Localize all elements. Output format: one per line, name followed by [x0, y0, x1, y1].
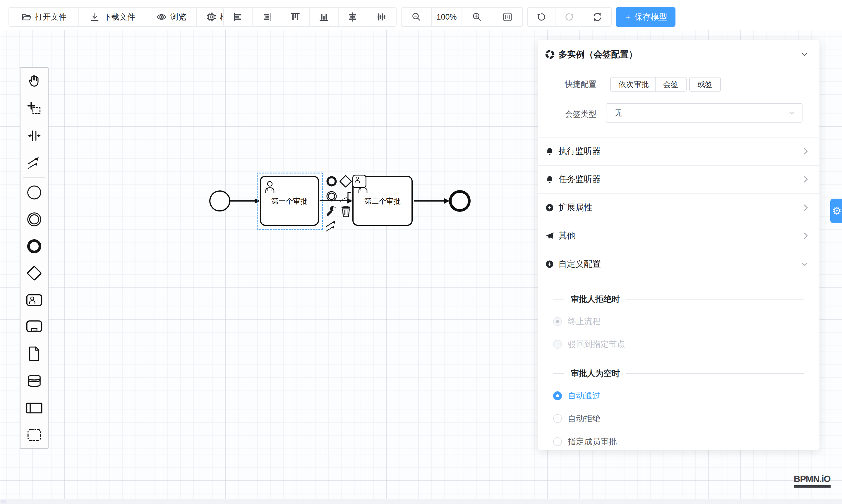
sign-type-value: 无 [615, 108, 622, 118]
append-intermediate-event-icon[interactable] [326, 190, 338, 202]
save-model-label: 保存模型 [634, 12, 667, 22]
quick-config-row: 快捷配置 依次审批 会签 或签 [538, 77, 820, 92]
redo-button[interactable] [556, 7, 583, 26]
quick-option-sequential-button[interactable]: 依次审批 [610, 77, 657, 92]
open-file-button[interactable]: 打开文件 [9, 7, 79, 26]
bell-icon [545, 175, 554, 184]
radio-label: 指定成员审批 [568, 436, 617, 447]
append-end-event-icon[interactable] [326, 175, 338, 187]
fit-viewport-button[interactable] [492, 7, 522, 26]
fit-viewport-icon [502, 12, 513, 22]
empty-group-title: 审批人为空时 [571, 368, 620, 379]
chevron-right-icon [803, 175, 808, 183]
palette-intermediate-event[interactable] [20, 206, 48, 232]
reset-icon-button[interactable] [583, 7, 611, 26]
palette [20, 67, 49, 449]
task-label: 第一个审批 [261, 196, 318, 205]
palette-group[interactable] [20, 422, 48, 448]
palette-call-activity[interactable] [20, 314, 48, 340]
eye-icon [156, 12, 167, 22]
chevron-down-icon [788, 110, 795, 115]
zoom-in-button[interactable] [462, 7, 492, 26]
section-extended-properties[interactable]: 扩展属性 [538, 201, 820, 215]
sequence-flow-1[interactable] [230, 200, 255, 201]
quick-option-orsign-button[interactable]: 或签 [689, 77, 721, 92]
chevron-down-icon[interactable] [801, 51, 808, 58]
download-icon [90, 12, 100, 22]
multi-instance-icon [545, 50, 555, 59]
zoom-out-button[interactable] [402, 7, 432, 26]
align-center-vertical-button[interactable] [367, 7, 396, 26]
section-custom-config[interactable]: 自定义配置 [538, 257, 820, 271]
global-connect-tool[interactable] [20, 149, 48, 175]
align-center-horizontal-button[interactable] [339, 7, 367, 26]
bpmn-io-logo[interactable]: BPMN.iO [794, 474, 830, 488]
bpmn-io-logo-underline [794, 485, 830, 488]
bottom-scroll-strip [0, 499, 842, 504]
trash-icon[interactable] [340, 204, 352, 218]
divider [538, 69, 820, 69]
sequence-flow-3[interactable] [414, 200, 444, 201]
radio-circle [553, 340, 562, 349]
append-gateway-icon[interactable] [339, 175, 352, 188]
append-user-task-icon[interactable] [352, 175, 366, 188]
align-right-icon [261, 12, 272, 22]
append-text-annotation-icon[interactable] [339, 190, 352, 204]
palette-data-object[interactable] [20, 341, 48, 366]
palette-gateway[interactable] [20, 260, 48, 286]
sign-type-select[interactable]: 无 [606, 103, 803, 123]
chevron-right-icon [803, 232, 808, 240]
quick-config-label: 快捷配置 [565, 79, 596, 90]
end-event-shape[interactable] [449, 190, 471, 212]
align-button-group [223, 7, 397, 27]
hand-tool[interactable] [20, 68, 48, 94]
undo-button[interactable] [528, 7, 556, 26]
palette-data-store[interactable] [20, 368, 48, 394]
palette-start-event[interactable] [20, 180, 48, 205]
align-right-button[interactable] [252, 7, 281, 26]
divider [538, 193, 820, 194]
history-button-group [527, 7, 612, 27]
radio-circle [553, 414, 562, 423]
radio-designated-member[interactable]: 指定成员审批 [553, 435, 617, 449]
section-task-listener[interactable]: 任务监听器 [538, 172, 820, 186]
section-other[interactable]: 其他 [538, 229, 820, 243]
call-activity-icon [26, 320, 42, 334]
palette-participant[interactable] [20, 395, 48, 421]
align-bottom-icon [319, 12, 329, 22]
bpmn-io-logo-text: BPMN.iO [794, 474, 830, 484]
space-tool[interactable] [20, 123, 48, 149]
divider-line [626, 373, 804, 374]
connect-icon[interactable] [326, 219, 339, 232]
section-label: 扩展属性 [558, 202, 592, 214]
radio-auto-reject[interactable]: 自动拒绝 [553, 412, 600, 426]
preview-button[interactable]: 浏览 [146, 7, 197, 26]
section-execution-listener[interactable]: 执行监听器 [538, 144, 820, 158]
download-file-button[interactable]: 下载文件 [79, 7, 146, 26]
task-first-approval[interactable]: 第一个审批 [260, 176, 319, 226]
intermediate-event-icon [27, 212, 42, 227]
align-top-button[interactable] [281, 7, 310, 26]
quick-option-countersign-button[interactable]: 会签 [655, 77, 687, 92]
gear-icon: ⚙ [832, 205, 841, 217]
radio-auto-pass[interactable]: 自动通过 [553, 389, 600, 403]
zoom-button-group: 100% [401, 7, 523, 27]
palette-end-event[interactable] [20, 233, 48, 259]
file-button-group: 打开文件 下载文件 浏览 模拟 [8, 7, 246, 27]
hand-tool-icon [28, 74, 41, 88]
align-center-horizontal-icon [347, 12, 358, 22]
palette-user-task[interactable] [20, 287, 48, 313]
align-left-button[interactable] [224, 7, 252, 26]
divider [538, 222, 820, 222]
save-model-button[interactable]: ＋ 保存模型 [616, 7, 676, 27]
panel-toggle-tab[interactable]: ⚙ [830, 199, 842, 223]
align-bottom-button[interactable] [310, 7, 339, 26]
wrench-icon[interactable] [326, 205, 338, 217]
toolbar: 打开文件 下载文件 浏览 模拟 [0, 0, 842, 30]
panel-header[interactable]: 多实例（会签配置） [538, 47, 820, 62]
empty-group-divider: 审批人为空时 [538, 368, 820, 379]
start-event-shape[interactable] [209, 191, 230, 212]
reject-group-title: 审批人拒绝时 [571, 294, 620, 305]
lasso-tool[interactable] [20, 96, 48, 122]
divider [538, 250, 820, 250]
